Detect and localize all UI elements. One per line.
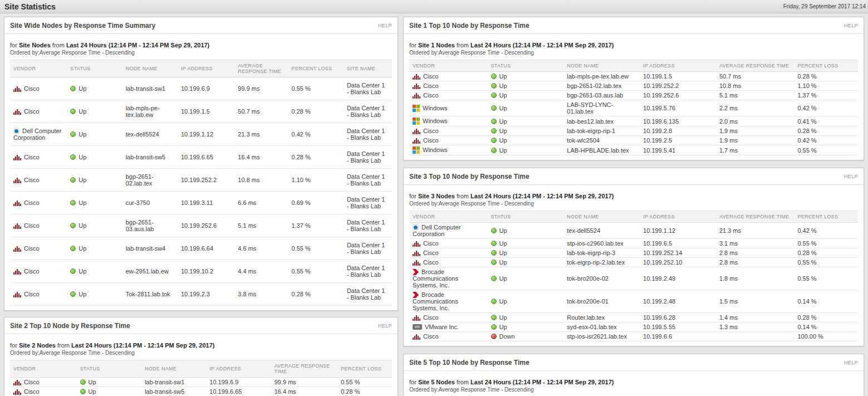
vendor-cell: Cisco	[10, 146, 67, 169]
ip-address-cell: 10.199.5.76	[640, 100, 716, 116]
vendor-cell: Windows	[409, 145, 488, 155]
ip-address-cell: 10.199.6.65	[178, 146, 234, 169]
node-name-cell[interactable]: Tok-2811.lab.tok	[122, 283, 178, 306]
node-name-cell[interactable]: lab-transit-sw5	[141, 387, 206, 396]
node-name-cell[interactable]: lab-mpls-pe-tex.lab.ew	[122, 100, 178, 123]
status-cell: Up	[488, 72, 564, 81]
avg-response-time-cell: 10.8 ms	[234, 169, 288, 192]
node-name-cell[interactable]: lab-bes12.lab.tex	[563, 116, 640, 126]
node-name-cell[interactable]: LAB-SYD-LYNC-01.lab.tex	[563, 100, 640, 116]
site-name-cell: Data Center 1 - Blanks Lab	[344, 146, 392, 169]
column-header: NODE NAME	[563, 60, 640, 72]
percent-loss-cell: 0.41 %	[794, 116, 858, 126]
node-name-cell[interactable]: cur-3750	[122, 192, 178, 214]
node-name-cell[interactable]: bgp-2651-03.aus.lab	[563, 91, 640, 100]
panel-title: Site Wide Nodes by Response Time Summary	[10, 22, 155, 30]
status-cell: Up	[67, 283, 122, 306]
avg-response-time-cell: 6.6 ms	[234, 192, 288, 214]
table-row: CiscoUplab-tok-eigrp-rip-310.199.252.142…	[409, 248, 858, 258]
vendor-cell: Cisco	[10, 237, 67, 260]
percent-loss-cell: 0.42 %	[288, 123, 344, 146]
vendor-cell: Cisco	[409, 91, 488, 100]
node-name-cell[interactable]: lab-transit-sw5	[122, 146, 178, 169]
column-header: STATUS	[77, 360, 141, 378]
percent-loss-cell: 100.00 %	[794, 332, 858, 341]
node-name-cell[interactable]: tex-dell5524	[122, 123, 178, 146]
help-link[interactable]: HELP	[844, 174, 858, 179]
avg-response-time-cell: 1.9 ms	[716, 126, 795, 136]
node-name-cell[interactable]: stp-ios-c2960.lab.tex	[563, 239, 640, 248]
status-up-icon	[491, 105, 497, 111]
cisco-icon	[413, 241, 420, 247]
site-wide-nodes-table: VENDORSTATUSNODE NAMEIP ADDRESSAVERAGE R…	[10, 60, 392, 306]
help-link[interactable]: HELP	[378, 323, 392, 329]
site-name-cell: Data Center 1 - Blanks Lab	[344, 260, 392, 283]
node-name-cell[interactable]: lab-tok-eigrp-rip-1	[563, 126, 640, 136]
cisco-icon	[413, 84, 420, 89]
status-up-icon	[491, 299, 497, 304]
column-header: IP ADDRESS	[178, 60, 234, 77]
node-name-cell[interactable]: bgp-2651-02.lab.tex	[122, 169, 178, 192]
site-name-cell: Data Center 1 - Blanks Lab	[344, 214, 392, 237]
help-link[interactable]: HELP	[844, 360, 858, 365]
vendor-cell: Cisco	[10, 387, 77, 396]
avg-response-time-cell: 2.8 ms	[716, 258, 795, 267]
cisco-icon	[413, 129, 420, 134]
site-name-cell: Data Center 1 - Blanks Lab	[344, 237, 392, 260]
status-up-icon	[491, 228, 497, 233]
percent-loss-cell: 0.28 %	[794, 248, 858, 258]
ip-address-cell: 10.199.1.5	[640, 72, 716, 81]
ordered-by-text: Ordered by:Average Response Time - Desce…	[409, 201, 858, 207]
status-cell: Up	[488, 91, 564, 100]
table-header-row: VENDORSTATUSNODE NAMEIP ADDRESSAVERAGE R…	[409, 211, 858, 223]
avg-response-time-cell: 2.2 ms	[716, 100, 795, 116]
windows-icon	[413, 118, 420, 125]
vendor-cell: Cisco	[10, 100, 67, 123]
node-name-cell[interactable]: syd-esx-01.lab.tex	[563, 322, 640, 332]
node-name-cell[interactable]: ew-2951.lab.ew	[122, 260, 178, 283]
node-name-cell[interactable]: lab-tok-eigrp-rip-3	[563, 248, 640, 258]
page-datetime: Friday, 29 September 2017 12:14	[783, 3, 866, 9]
node-name-cell[interactable]: LAB-HPBLADE.lab.tex	[563, 145, 640, 155]
status-up-icon	[491, 128, 497, 134]
node-name-cell[interactable]: bgp-2651-03.aus.lab	[122, 214, 178, 237]
avg-response-time-cell	[716, 332, 795, 341]
node-name-cell[interactable]: lab-transit-sw4	[122, 237, 178, 260]
table-row: CiscoUpRouter.lab.tex10.199.6.281.4 ms0.…	[409, 313, 858, 322]
node-name-cell[interactable]: tok-wlc2504	[563, 136, 640, 145]
ordered-by-text: Ordered by:Average Response Time - Desce…	[409, 387, 858, 393]
column-header: AVERAGE RESPONSE TIME	[716, 60, 795, 72]
percent-loss-cell: 0.28 %	[288, 283, 344, 306]
intro-pre: for	[10, 42, 17, 48]
column-header: AVERAGE RESPONSE TIME	[271, 360, 338, 378]
node-name-cell[interactable]: tok-eigrp-rip-2.lab.tex	[563, 258, 640, 267]
help-link[interactable]: HELP	[844, 23, 858, 28]
column-header: IP ADDRESS	[640, 60, 716, 72]
ip-address-cell: 10.199.6.5	[640, 239, 716, 248]
status-up-icon	[80, 379, 86, 385]
avg-response-time-cell: 1.7 ms	[716, 145, 795, 155]
windows-icon	[413, 146, 420, 154]
node-name-cell[interactable]: lab-transit-sw1	[122, 77, 178, 100]
percent-loss-cell: 0.28 %	[794, 126, 858, 136]
node-name-cell[interactable]: bgp-2651-02.lab.tex	[563, 81, 640, 91]
node-name-cell[interactable]: tex-dell5524	[563, 223, 640, 239]
site-name-cell: Data Center 1 - Blanks Lab	[344, 192, 392, 214]
time-range-text: for Site Nodes from Last 24 Hours (12:14…	[10, 42, 392, 48]
ip-address-cell: 10.199.6.28	[640, 313, 716, 322]
vendor-cell: Windows	[409, 100, 488, 116]
avg-response-time-cell: 2.0 ms	[716, 116, 795, 126]
node-name-cell[interactable]: tok-bro200e-02	[563, 267, 640, 290]
intro-scope: Site 1 Nodes	[418, 42, 455, 48]
intro-pre: for	[409, 193, 416, 199]
table-row: CiscoUplab-transit-sw110.199.6.999.9 ms0…	[10, 77, 392, 100]
table-row: CiscoUplab-mpls-pe-tex.lab.ew10.199.1.55…	[10, 100, 392, 123]
help-link[interactable]: HELP	[378, 23, 392, 28]
node-name-cell[interactable]: stp-ios-isr2621.lab.tex	[563, 332, 640, 341]
site-name-cell: Data Center 1 - Blanks Lab	[344, 283, 392, 306]
node-name-cell[interactable]: lab-mpls-pe-tex.lab.ew	[563, 72, 640, 81]
node-name-cell[interactable]: Router.lab.tex	[563, 313, 640, 322]
vendor-cell: Cisco	[10, 77, 67, 100]
node-name-cell[interactable]: tok-bro200e-01	[563, 290, 640, 313]
node-name-cell[interactable]: lab-transit-sw1	[141, 378, 206, 387]
